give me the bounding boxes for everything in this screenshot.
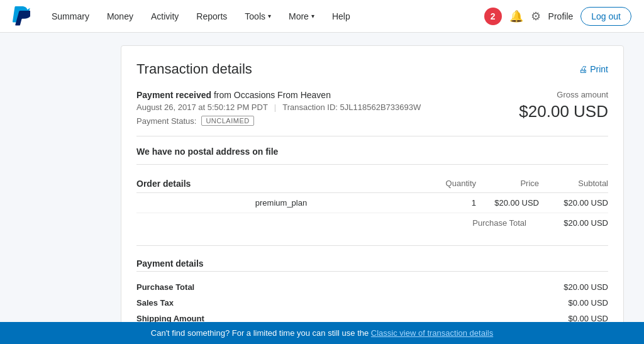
- notification-badge[interactable]: 2: [484, 8, 502, 25]
- page-title-bar: Transaction details 🖨 Print: [136, 61, 608, 77]
- payment-header: Payment received from Occasions From Hea…: [136, 90, 608, 136]
- order-total-row: Purchase Total $20.00 USD: [136, 213, 608, 233]
- nav-item-activity[interactable]: Activity: [142, 0, 187, 33]
- order-details-header: Order details Quantity Price Subtotal: [136, 175, 608, 193]
- gear-icon[interactable]: ⚙: [531, 9, 541, 23]
- tools-chevron-icon: ▾: [268, 13, 271, 19]
- payment-detail-sales-tax: Sales Tax $0.00 USD: [136, 295, 608, 311]
- nav-item-summary[interactable]: Summary: [43, 0, 98, 33]
- nav-right: 2 🔔 ⚙ Profile Log out: [484, 7, 631, 26]
- paypal-logo[interactable]: [13, 6, 30, 27]
- payment-detail-purchase-total: Purchase Total $20.00 USD: [136, 279, 608, 295]
- nav-links: Summary Money Activity Reports Tools ▾ M…: [43, 0, 484, 33]
- nav-item-reports[interactable]: Reports: [187, 0, 236, 33]
- payment-from: Payment received from Occasions From Hea…: [136, 90, 519, 100]
- transaction-id: Transaction ID: 5JL118562B733693W: [282, 103, 421, 112]
- nav-item-tools[interactable]: Tools ▾: [236, 0, 280, 33]
- bell-icon[interactable]: 🔔: [509, 9, 523, 23]
- postal-alert: We have no postal address on file: [136, 147, 608, 165]
- print-button[interactable]: 🖨 Print: [579, 64, 608, 74]
- classic-view-link[interactable]: Classic view of transaction details: [371, 328, 493, 338]
- nav-item-more[interactable]: More ▾: [280, 0, 323, 33]
- printer-icon: 🖨: [579, 64, 587, 74]
- payment-info: Payment received from Occasions From Hea…: [136, 90, 519, 126]
- sidebar: [20, 45, 121, 344]
- more-chevron-icon: ▾: [311, 13, 314, 19]
- logout-button[interactable]: Log out: [580, 7, 631, 26]
- status-badge: UNCLAIMED: [201, 116, 253, 126]
- page-title: Transaction details: [136, 61, 252, 77]
- profile-link[interactable]: Profile: [548, 11, 574, 21]
- navbar: Summary Money Activity Reports Tools ▾ M…: [0, 0, 644, 33]
- nav-item-money[interactable]: Money: [98, 0, 142, 33]
- payment-date: August 26, 2017 at 5:50:12 PM PDT | Tran…: [136, 103, 519, 112]
- order-details: Order details Quantity Price Subtotal pr…: [136, 175, 608, 233]
- gross-amount-section: Gross amount $20.00 USD: [519, 90, 608, 121]
- nav-item-help[interactable]: Help: [323, 0, 359, 33]
- payment-status-row: Payment Status: UNCLAIMED: [136, 116, 519, 126]
- bottom-bar: Can't find something? For a limited time…: [0, 322, 644, 344]
- content-area: Transaction details 🖨 Print Payment rece…: [121, 45, 624, 344]
- order-row: premium_plan 1 $20.00 USD $20.00 USD: [136, 193, 608, 213]
